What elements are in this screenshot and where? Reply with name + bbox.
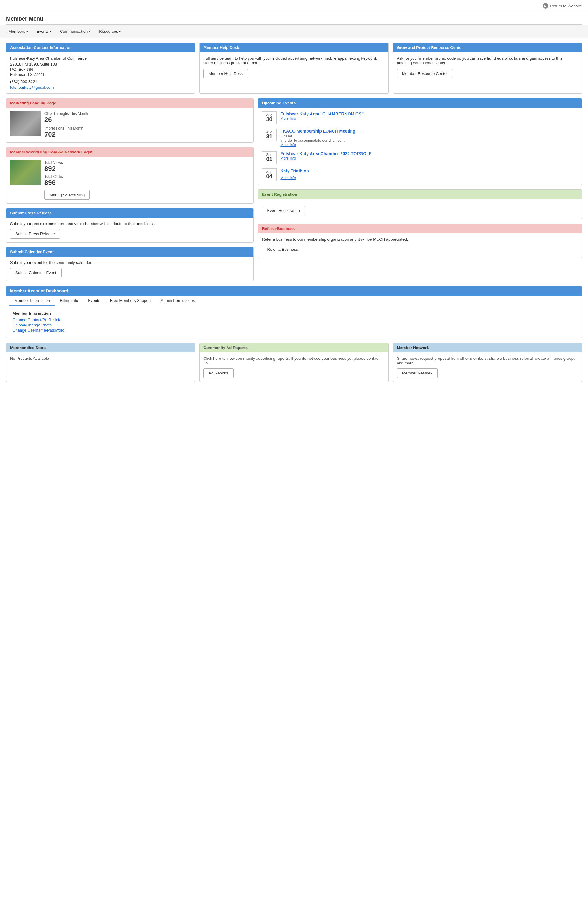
member-network-desc: Share news, request proposal from other … <box>397 356 578 365</box>
member-network-header: Member Network <box>393 343 582 352</box>
event-date-1: Aug 31 <box>262 129 276 142</box>
right-col: Upcoming Events Aug 30 Fulshear Katy Are… <box>258 98 582 281</box>
contact-email[interactable]: fulshearkaty@gmail.com <box>10 85 191 90</box>
event-registration-header: Event Registration <box>258 189 582 199</box>
event-title-3[interactable]: Katy Triathlon <box>280 168 578 173</box>
tab-billing-info[interactable]: Billing Info <box>55 296 83 306</box>
event-title-1[interactable]: FKACC Membership LUNCH Meeting <box>280 129 578 134</box>
nav-item-members[interactable]: Members ▾ <box>5 27 32 36</box>
event-info-3: Katy Triathlon More Info <box>280 168 578 180</box>
event-registration-card: Event Registration Event Registration <box>258 189 582 219</box>
nav-events-label: Events <box>36 29 49 34</box>
ad-network-header: MemberAdvertising.Com Ad Network Login <box>6 147 253 157</box>
dashboard-header: Member Account Dashboard <box>6 286 582 296</box>
resource-desc: Ask for your member promo code so you ca… <box>397 56 578 65</box>
dashboard: Member Account Dashboard Member Informat… <box>6 286 582 338</box>
dashboard-body: Member Information Change Contact/Profil… <box>6 306 582 338</box>
event-more-info-3[interactable]: More Info <box>280 176 578 180</box>
event-info-2: Fulshear Katy Area Chamber 2022 TOPGOLF … <box>280 151 578 160</box>
merchandise-card: Merchandise Store No Products Available <box>6 342 195 382</box>
helpdesk-button[interactable]: Member Help Desk <box>204 69 248 78</box>
calendar-event-body: Submit your event for the community cale… <box>6 257 253 281</box>
nav-item-events[interactable]: Events ▾ <box>33 27 55 36</box>
press-release-body: Submit your press release here and your … <box>6 218 253 242</box>
tab-free-members-support[interactable]: Free Members Support <box>105 296 156 306</box>
contact-phone: (832) 600-3221 <box>10 79 191 84</box>
nav-members-label: Members <box>8 29 25 34</box>
main-content: Association Contact Information Fulshear… <box>0 38 588 391</box>
contact-addr2: P.O. Box 386 <box>10 67 191 72</box>
left-col: Marketing Landing Page Click Throughs Th… <box>6 98 254 281</box>
manage-advertising-button[interactable]: Manage Advertising <box>44 190 90 200</box>
contact-addr3: Fulshear, TX 77441 <box>10 72 191 77</box>
tab-member-information[interactable]: Member Information <box>10 296 55 306</box>
impressions-value: 702 <box>44 131 250 139</box>
nav-events-arrow: ▾ <box>50 30 52 33</box>
ad-clicks-value: 896 <box>44 179 250 187</box>
marketing-image <box>10 111 41 136</box>
marketing-img-inner <box>10 111 41 136</box>
helpdesk-desc: Full service team to help you with your … <box>204 56 384 65</box>
event-desc-1: Finally!In order to accommodate our cham… <box>280 134 578 143</box>
event-item-2: Sep 01 Fulshear Katy Area Chamber 2022 T… <box>262 151 578 164</box>
marketing-stats: Click Throughs This Month 26 Impressions… <box>44 111 250 139</box>
mid-row: Marketing Landing Page Click Throughs Th… <box>6 98 582 281</box>
upcoming-events-card: Upcoming Events Aug 30 Fulshear Katy Are… <box>258 98 582 185</box>
resource-button[interactable]: Member Resource Center <box>397 69 453 78</box>
event-day-3: 04 <box>265 174 273 180</box>
member-network-button[interactable]: Member Network <box>397 368 438 378</box>
resource-card: Grow and Protect Resource Center Ask for… <box>393 42 582 94</box>
nav-resources-arrow: ▾ <box>119 30 121 33</box>
ad-reports-body: Click here to view community advertising… <box>200 352 388 381</box>
ad-content: Total Views 892 Total Clicks 896 Manage … <box>10 160 250 200</box>
ad-network-card: MemberAdvertising.Com Ad Network Login T… <box>6 147 254 203</box>
refer-business-desc: Refer a business to our membership organ… <box>262 237 578 242</box>
nav-item-resources[interactable]: Resources ▾ <box>95 27 124 36</box>
ad-reports-button[interactable]: Ad Reports <box>204 368 234 378</box>
event-item-0: Aug 30 Fulshear Katy Area "CHAMBERNOMICS… <box>262 111 578 124</box>
member-network-card: Member Network Share news, request propo… <box>393 342 582 382</box>
event-registration-button[interactable]: Event Registration <box>262 206 305 215</box>
refer-business-button[interactable]: Refer-a-Business <box>262 245 303 254</box>
press-release-desc: Submit your press release here and your … <box>10 221 250 226</box>
impressions-label: Impressions This Month <box>44 126 250 131</box>
event-day-0: 30 <box>265 117 273 123</box>
helpdesk-card: Member Help Desk Full service team to he… <box>199 42 388 94</box>
submit-calendar-event-button[interactable]: Submit Calendar Event <box>10 268 61 278</box>
submit-press-release-button[interactable]: Submit Press Release <box>10 229 60 239</box>
tab-admin-permissions[interactable]: Admin Permissions <box>156 296 200 306</box>
event-more-info-2[interactable]: More Info <box>280 156 578 160</box>
nav-resources-label: Resources <box>99 29 118 34</box>
dashboard-link-0[interactable]: Change Contact/Profile Info <box>13 318 575 322</box>
dashboard-link-1[interactable]: Upload/Change Photo <box>13 323 575 327</box>
helpdesk-header: Member Help Desk <box>200 43 388 52</box>
event-day-2: 01 <box>265 157 273 163</box>
event-registration-body: Event Registration <box>258 199 582 219</box>
event-title-0[interactable]: Fulshear Katy Area "CHAMBERNOMICS" <box>280 111 578 116</box>
nav-communication-arrow: ▾ <box>89 30 90 33</box>
return-to-website-link[interactable]: ▶ Return to Website <box>543 3 582 8</box>
event-date-3: Sep 04 <box>262 168 276 181</box>
contact-addr1: 29818 FM 1093, Suite 108 <box>10 62 191 66</box>
event-item-3: Sep 04 Katy Triathlon More Info <box>262 168 578 181</box>
event-info-0: Fulshear Katy Area "CHAMBERNOMICS" More … <box>280 111 578 121</box>
merchandise-no-products: No Products Available <box>10 356 191 361</box>
helpdesk-body: Full service team to help you with your … <box>200 52 388 82</box>
tab-events[interactable]: Events <box>83 296 105 306</box>
event-info-1: FKACC Membership LUNCH Meeting Finally!I… <box>280 129 578 147</box>
marketing-content: Click Throughs This Month 26 Impressions… <box>10 111 250 139</box>
member-network-body: Share news, request proposal from other … <box>393 352 582 381</box>
nav-item-communication[interactable]: Communication ▾ <box>57 27 94 36</box>
event-more-info-1[interactable]: More Info <box>280 143 578 147</box>
ad-stats: Total Views 892 Total Clicks 896 Manage … <box>44 160 250 200</box>
event-title-2[interactable]: Fulshear Katy Area Chamber 2022 TOPGOLF <box>280 151 578 156</box>
calendar-event-desc: Submit your event for the community cale… <box>10 260 250 265</box>
events-list: Aug 30 Fulshear Katy Area "CHAMBERNOMICS… <box>262 111 578 181</box>
ad-views-label: Total Views <box>44 160 250 165</box>
ad-reports-card: Community Ad Reports Click here to view … <box>199 342 388 382</box>
dashboard-link-2[interactable]: Change Username/Password <box>13 328 575 333</box>
event-more-info-0[interactable]: More Info <box>280 116 578 121</box>
merchandise-body: No Products Available <box>6 352 195 364</box>
nav-bar: Members ▾ Events ▾ Communication ▾ Resou… <box>0 25 588 38</box>
ad-image <box>10 160 41 185</box>
